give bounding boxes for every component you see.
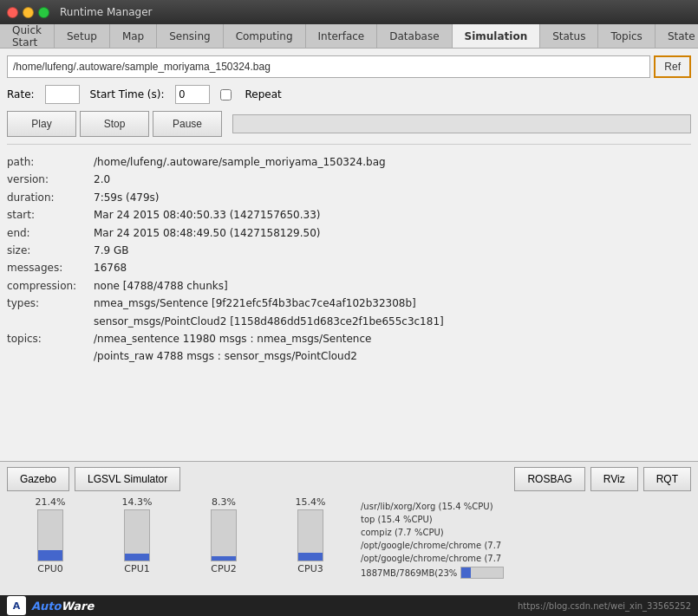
tab-sensing[interactable]: Sensing — [157, 24, 223, 48]
cpu3-bar-fill — [298, 553, 323, 561]
path-label: path: — [7, 153, 94, 171]
cpu1-bar-fill — [125, 554, 149, 561]
sys-info-line-2: compiz (7.7 %CPU) — [361, 526, 684, 539]
path-value: /home/lufeng/.autoware/sample_moriyama_1… — [94, 153, 386, 171]
cpu2-label: CPU2 — [211, 563, 236, 574]
title-bar: Runtime Manager — [0, 0, 698, 24]
play-button[interactable]: Play — [7, 111, 76, 137]
memory-label: 1887MB/7869MB(23% — [361, 568, 457, 578]
tab-bar: Quick Start Setup Map Sensing Computing … — [0, 24, 698, 49]
repeat-checkbox[interactable] — [220, 89, 232, 101]
rqt-button[interactable]: RQT — [643, 467, 691, 491]
window-title: Runtime Manager — [60, 6, 153, 18]
rate-input[interactable] — [45, 85, 80, 104]
types-value1: nmea_msgs/Sentence [9f221efc5f4b3bac7ce4… — [94, 295, 416, 312]
info-size: size: 7.9 GB — [7, 242, 691, 259]
lgsvl-button[interactable]: LGSVL Simulator — [75, 467, 180, 491]
bottom-bar: Gazebo LGSVL Simulator ROSBAG RViz RQT 2… — [0, 461, 698, 595]
size-value: 7.9 GB — [94, 242, 128, 259]
end-label: end: — [7, 224, 94, 242]
tab-setup[interactable]: Setup — [55, 24, 110, 48]
info-types: types: nmea_msgs/Sentence [9f221efc5f4b3… — [7, 295, 691, 312]
ref-button[interactable]: Ref — [654, 55, 691, 78]
stop-button[interactable]: Stop — [80, 111, 149, 137]
bottom-buttons: Gazebo LGSVL Simulator ROSBAG RViz RQT — [0, 462, 698, 496]
file-row: Ref — [7, 55, 691, 78]
cpu0-bar-fill — [38, 550, 62, 561]
cpu0-item: 21.4% CPU0 — [7, 496, 94, 579]
cpu2-bar-bg — [211, 509, 237, 561]
tab-map[interactable]: Map — [110, 24, 157, 48]
tab-database[interactable]: Database — [377, 24, 452, 48]
cpu1-label: CPU1 — [124, 563, 149, 574]
close-button[interactable] — [7, 7, 18, 18]
bag-info: path: /home/lufeng/.autoware/sample_mori… — [7, 153, 691, 366]
repeat-label: Repeat — [245, 88, 282, 101]
topics-label: topics: — [7, 330, 94, 347]
cpu2-bar-fill — [212, 556, 236, 561]
end-value: Mar 24 2015 08:48:49.50 (1427158129.50) — [94, 224, 320, 242]
info-types2: sensor_msgs/PointCloud2 [1158d486dd51d68… — [7, 313, 691, 330]
info-duration: duration: 7:59s (479s) — [7, 189, 691, 206]
tab-simulation[interactable]: Simulation — [453, 24, 541, 48]
gazebo-button[interactable]: Gazebo — [7, 467, 69, 491]
cpu0-percent: 21.4% — [36, 496, 66, 508]
cpu1-bar-bg — [124, 509, 150, 561]
info-path: path: /home/lufeng/.autoware/sample_mori… — [7, 153, 691, 171]
version-label: version: — [7, 171, 94, 188]
start-time-input[interactable] — [175, 85, 210, 104]
cpu1-item: 14.3% CPU1 — [94, 496, 180, 579]
info-topics2: /points_raw 4788 msgs : sensor_msgs/Poin… — [7, 347, 691, 365]
info-topics: topics: /nmea_sentence 11980 msgs : nmea… — [7, 330, 691, 347]
compression-value: none [4788/4788 chunks] — [94, 277, 228, 295]
size-label: size: — [7, 242, 94, 259]
cpu0-bar-bg — [37, 509, 63, 561]
topics-value2: /points_raw 4788 msgs : sensor_msgs/Poin… — [94, 347, 357, 365]
cpu3-bar-bg — [297, 509, 323, 561]
sys-info-line-4: /opt/google/chrome/chrome (7.7 — [361, 552, 684, 565]
start-value: Mar 24 2015 08:40:50.33 (1427157650.33) — [94, 206, 320, 224]
autoware-footer: A AutoWare https://blog.csdn.net/wei_xin… — [0, 595, 698, 616]
autoware-logo-text: AutoWare — [31, 600, 94, 613]
window-controls — [7, 7, 49, 18]
info-version: version: 2.0 — [7, 171, 691, 188]
info-messages: messages: 16768 — [7, 259, 691, 276]
tab-quick-start[interactable]: Quick Start — [0, 24, 55, 48]
compression-label: compression: — [7, 277, 94, 295]
tab-topics[interactable]: Topics — [598, 24, 655, 48]
duration-label: duration: — [7, 189, 94, 206]
bag-file-input[interactable] — [7, 55, 650, 78]
start-time-label: Start Time (s): — [90, 88, 165, 101]
types-label: types: — [7, 295, 94, 312]
cpu3-label: CPU3 — [297, 563, 323, 574]
memory-bar-bg — [460, 567, 504, 579]
version-value: 2.0 — [94, 171, 110, 188]
tab-state[interactable]: State — [656, 24, 698, 48]
footer-url: https://blog.csdn.net/wei_xin_33565252 — [518, 601, 691, 611]
main-content: Ref Rate: Start Time (s): Repeat Play St… — [0, 49, 698, 595]
maximize-button[interactable] — [38, 7, 49, 18]
topics-label2 — [7, 347, 94, 365]
tab-interface[interactable]: Interface — [306, 24, 378, 48]
info-compression: compression: none [4788/4788 chunks] — [7, 277, 691, 295]
sys-info-line-3: /opt/google/chrome/chrome (7.7 — [361, 539, 684, 552]
tab-status[interactable]: Status — [540, 24, 598, 48]
cpu-row: 21.4% CPU0 14.3% CPU1 8.3% CPU2 — [0, 496, 698, 579]
rviz-button[interactable]: RViz — [590, 467, 638, 491]
start-label: start: — [7, 206, 94, 224]
rate-label: Rate: — [7, 88, 35, 101]
minimize-button[interactable] — [23, 7, 34, 18]
tab-computing[interactable]: Computing — [224, 24, 306, 48]
cpu2-item: 8.3% CPU2 — [180, 496, 267, 579]
buttons-row: Play Stop Pause — [7, 111, 691, 145]
controls-row: Rate: Start Time (s): Repeat — [7, 85, 691, 104]
sys-info-panel: /usr/lib/xorg/Xorg (15.4 %CPU) top (15.4… — [354, 496, 691, 579]
cpu3-item: 15.4% CPU3 — [267, 496, 354, 579]
sys-info-line-0: /usr/lib/xorg/Xorg (15.4 %CPU) — [361, 500, 684, 513]
duration-value: 7:59s (479s) — [94, 189, 160, 206]
sys-info-line-1: top (15.4 %CPU) — [361, 513, 684, 526]
pause-button[interactable]: Pause — [153, 111, 222, 137]
rosbag-button[interactable]: ROSBAG — [514, 467, 584, 491]
cpu0-label: CPU0 — [37, 563, 62, 574]
cpu1-percent: 14.3% — [122, 496, 153, 508]
